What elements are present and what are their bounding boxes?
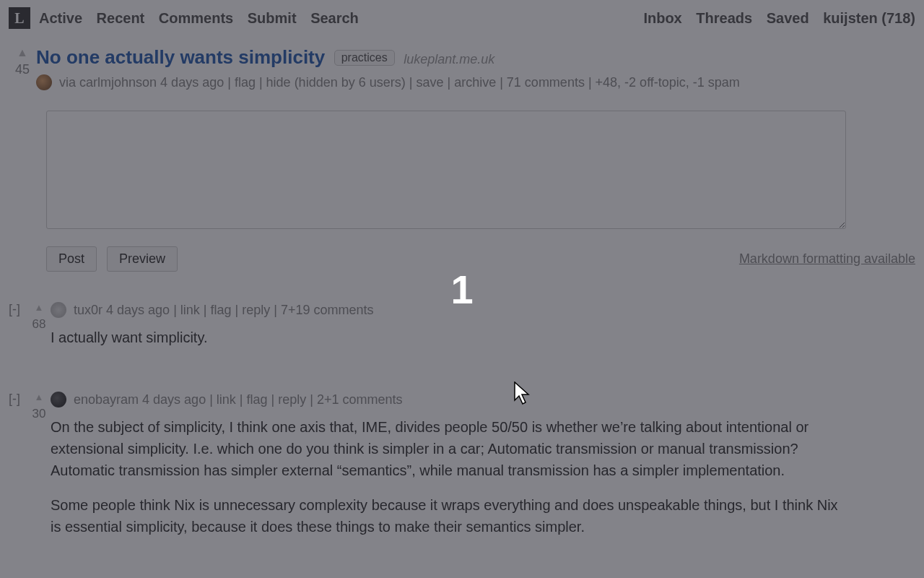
comment-author[interactable]: tux0r: [74, 303, 103, 318]
vote-breakdown: +48, -2 off-topic, -1 spam: [596, 75, 740, 90]
flag-link[interactable]: flag: [211, 303, 232, 318]
post-button[interactable]: Post: [46, 246, 97, 272]
comment-body: On the subject of simplicity, I think on…: [51, 416, 852, 538]
via-label: via: [59, 75, 76, 90]
comment-author[interactable]: enobayram: [74, 392, 139, 407]
top-nav: L Active Recent Comments Submit Search I…: [0, 0, 924, 36]
upvote-icon[interactable]: ▲: [27, 302, 51, 313]
nav-right: Inbox Threads Saved kuijsten (718): [633, 10, 915, 27]
comment-age: 4 days ago: [106, 303, 170, 318]
nav-left: Active Recent Comments Submit Search: [39, 10, 369, 27]
reply-link[interactable]: reply: [278, 392, 306, 407]
comment-age: 4 days ago: [142, 392, 206, 407]
child-count[interactable]: 7+19 comments: [281, 303, 374, 318]
comment-textarea[interactable]: [46, 111, 846, 229]
upvote-icon[interactable]: ▲: [27, 392, 51, 402]
comments-link[interactable]: 71 comments: [507, 75, 585, 90]
nav-user[interactable]: kuijsten (718): [823, 10, 915, 26]
reply-link[interactable]: reply: [242, 303, 270, 318]
story-author[interactable]: carlmjohnson: [79, 75, 157, 90]
story-score: 45: [9, 62, 36, 77]
comment: [-] ▲ 30 enobayram 4 days ago | link | f…: [0, 383, 924, 551]
story-age: 4 days ago: [160, 75, 224, 90]
nav-active[interactable]: Active: [39, 10, 82, 26]
nav-search[interactable]: Search: [310, 10, 359, 26]
nav-saved[interactable]: Saved: [767, 10, 809, 26]
comment-score: 68: [27, 317, 51, 332]
flag-link[interactable]: flag: [235, 75, 256, 90]
preview-button[interactable]: Preview: [107, 246, 178, 272]
archive-link[interactable]: archive: [454, 75, 496, 90]
compose-area: Post Preview Markdown formatting availab…: [46, 111, 915, 272]
collapse-toggle[interactable]: [-]: [9, 392, 27, 407]
story-title[interactable]: No one actually wants simplicity: [36, 46, 325, 68]
child-count[interactable]: 2+1 comments: [317, 392, 403, 407]
upvote-icon[interactable]: ▲: [9, 46, 36, 59]
story-domain[interactable]: lukeplant.me.uk: [404, 52, 494, 66]
nav-recent[interactable]: Recent: [97, 10, 145, 26]
site-logo[interactable]: L: [9, 7, 30, 29]
avatar[interactable]: [51, 392, 66, 407]
nav-inbox[interactable]: Inbox: [643, 10, 681, 26]
nav-submit[interactable]: Submit: [248, 10, 297, 26]
story-header: ▲ 45 No one actually wants simplicity pr…: [0, 36, 924, 90]
nav-comments[interactable]: Comments: [159, 10, 233, 26]
collapse-toggle[interactable]: [-]: [9, 302, 27, 317]
save-link[interactable]: save: [416, 75, 443, 90]
comment: [-] ▲ 68 tux0r 4 days ago | link | flag …: [0, 293, 924, 361]
comment-body: I actually want simplicity.: [51, 327, 852, 348]
markdown-help-link[interactable]: Markdown formatting available: [739, 251, 915, 267]
flag-link[interactable]: flag: [247, 392, 268, 407]
comment-score: 30: [27, 407, 51, 421]
story-vote-col: ▲ 45: [9, 46, 36, 77]
permalink[interactable]: link: [180, 303, 200, 318]
hide-link[interactable]: hide (hidden by 6 users): [266, 75, 406, 90]
story-tag[interactable]: practices: [334, 50, 395, 66]
avatar[interactable]: [51, 302, 66, 318]
permalink[interactable]: link: [217, 392, 236, 407]
avatar[interactable]: [36, 74, 52, 90]
story-byline: via carlmjohnson 4 days ago | flag | hid…: [36, 74, 915, 90]
nav-threads[interactable]: Threads: [696, 10, 752, 26]
